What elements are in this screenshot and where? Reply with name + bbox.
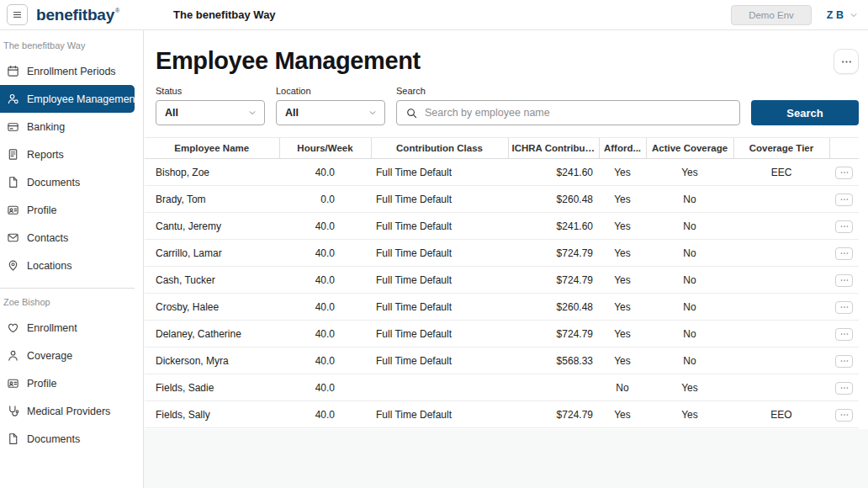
cell-hours-per-week: 40.0	[279, 159, 371, 186]
row-actions-button[interactable]	[835, 194, 853, 206]
sidebar-item-coverage[interactable]: Coverage	[0, 342, 135, 369]
cell-actions	[829, 240, 859, 267]
cell-ichra-contribution: $260.48	[508, 294, 599, 321]
sidebar-item-label: Documents	[27, 433, 80, 445]
chevron-down-icon	[248, 109, 257, 117]
row-actions-button[interactable]	[835, 220, 853, 233]
sidebar-item-employee-management[interactable]: Employee Management	[0, 85, 135, 113]
sidebar-item-label: Profile	[27, 204, 56, 216]
main-header: Employee Management	[144, 30, 868, 75]
cell-affordable: No	[599, 374, 646, 401]
cell-hours-per-week: 40.0	[279, 321, 371, 347]
sidebar-item-medical-providers[interactable]: Medical Providers	[0, 397, 135, 425]
column-header-employee-name: Employee Name	[145, 138, 279, 159]
sidebar-item-locations[interactable]: Locations	[0, 252, 135, 279]
cell-ichra-contribution: $260.48	[508, 186, 599, 213]
cell-ichra-contribution: $724.79	[508, 321, 599, 347]
sidebar-item-documents[interactable]: Documents	[0, 425, 135, 453]
search-filter-group: Search	[396, 86, 740, 125]
sidebar-item-documents[interactable]: Documents	[0, 168, 135, 196]
ellipsis-icon	[839, 383, 849, 393]
table-header-row: Employee NameHours/WeekContribution Clas…	[145, 138, 859, 159]
sidebar-item-profile[interactable]: Profile	[0, 196, 135, 224]
ellipsis-icon	[839, 248, 849, 258]
cell-employee-name: Fields, Sally	[145, 401, 279, 428]
cell-affordable: Yes	[599, 267, 646, 294]
cell-actions	[829, 186, 859, 213]
cell-affordable: Yes	[599, 294, 646, 321]
cell-contribution-class: Full Time Default	[371, 267, 508, 294]
row-actions-button[interactable]	[835, 301, 853, 314]
cell-hours-per-week: 40.0	[279, 267, 371, 294]
cell-hours-per-week: 40.0	[279, 213, 371, 240]
column-header-ichra-contribution: ICHRA Contribution	[508, 138, 599, 159]
cell-coverage-tier	[733, 213, 829, 240]
ellipsis-icon	[839, 194, 849, 204]
row-actions-button[interactable]	[835, 409, 853, 422]
cell-hours-per-week: 40.0	[279, 374, 371, 401]
search-input[interactable]	[425, 107, 731, 119]
status-label: Status	[156, 86, 265, 96]
cell-active-coverage: Yes	[646, 401, 733, 428]
sidebar-section-label: The benefitbay Way	[0, 39, 143, 57]
sidebar-item-label: Employee Management	[27, 93, 138, 105]
column-header-afford: Afford...	[599, 138, 646, 159]
main-content: Employee Management Status All Loc	[144, 30, 868, 488]
bank-card-icon	[7, 120, 19, 133]
chevron-down-icon	[849, 11, 858, 19]
cell-active-coverage: No	[646, 213, 733, 240]
row-actions-button[interactable]	[835, 247, 853, 260]
cell-actions	[829, 401, 859, 428]
cell-affordable: Yes	[599, 240, 646, 267]
row-actions-button[interactable]	[835, 274, 853, 287]
chevron-down-icon	[368, 109, 377, 117]
cell-coverage-tier	[733, 186, 829, 213]
sidebar-item-profile[interactable]: Profile	[0, 369, 135, 397]
sidebar-item-label: Enrollment	[27, 322, 77, 334]
person-icon	[7, 349, 19, 362]
cell-active-coverage: Yes	[646, 159, 733, 186]
cell-contribution-class: Full Time Default	[371, 186, 508, 213]
sidebar-item-banking[interactable]: Banking	[0, 113, 135, 141]
cell-contribution-class: Full Time Default	[371, 213, 508, 240]
sidebar-item-contacts[interactable]: Contacts	[0, 224, 135, 252]
search-button[interactable]: Search	[751, 100, 859, 125]
ellipsis-icon	[839, 302, 849, 312]
cell-coverage-tier: EEO	[733, 401, 829, 428]
topbar-right: Demo Env Z B	[731, 5, 858, 25]
location-select-value: All	[285, 107, 299, 119]
demo-env-button[interactable]: Demo Env	[731, 5, 812, 25]
hamburger-icon	[12, 9, 23, 20]
page-actions-button[interactable]	[834, 49, 859, 74]
row-actions-button[interactable]	[835, 382, 853, 395]
status-select-value: All	[165, 107, 178, 119]
cell-ichra-contribution: $241.60	[508, 213, 599, 240]
sidebar-item-reports[interactable]: Reports	[0, 141, 135, 168]
row-actions-button[interactable]	[835, 355, 853, 368]
app: benefitbay ® The benefitbay Way Demo Env…	[0, 0, 868, 488]
brand-logo: benefitbay ®	[36, 7, 119, 23]
page-title: Employee Management	[156, 47, 421, 75]
row-actions-button[interactable]	[835, 167, 853, 179]
sidebar-item-enrollment-periods[interactable]: Enrollment Periods	[0, 57, 135, 85]
status-select[interactable]: All	[156, 100, 265, 125]
sidebar-section-label: Zoe Bishop	[0, 295, 143, 314]
cell-ichra-contribution: $724.79	[508, 267, 599, 294]
cell-hours-per-week: 40.0	[279, 294, 371, 321]
table-row: Dickerson, Myra40.0Full Time Default$568…	[145, 347, 859, 374]
cell-employee-name: Cash, Tucker	[145, 267, 279, 294]
cell-contribution-class: Full Time Default	[371, 240, 508, 267]
user-menu[interactable]: Z B	[827, 9, 858, 21]
registered-mark-icon: ®	[115, 8, 119, 13]
document-icon	[7, 432, 19, 445]
employee-management-icon	[7, 93, 19, 105]
location-select[interactable]: All	[276, 100, 385, 125]
ellipsis-icon	[840, 56, 853, 68]
cell-hours-per-week: 40.0	[279, 401, 371, 428]
row-actions-button[interactable]	[835, 328, 853, 341]
cell-active-coverage: No	[646, 267, 733, 294]
employee-table: Employee NameHours/WeekContribution Clas…	[144, 137, 868, 428]
sidebar-item-enrollment[interactable]: Enrollment	[0, 314, 135, 342]
ellipsis-icon	[839, 167, 849, 178]
hamburger-menu-button[interactable]	[7, 4, 28, 25]
